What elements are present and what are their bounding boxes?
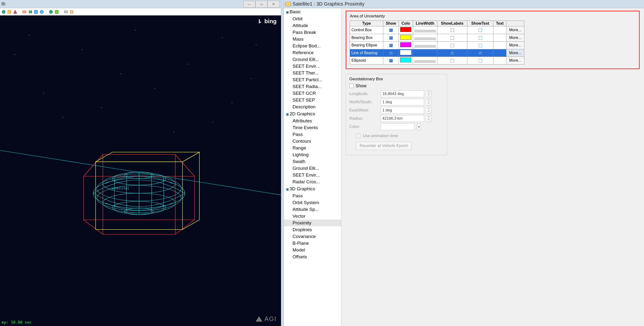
earth-3d-view[interactable]: bing (0, 16, 281, 326)
show-cell[interactable] (383, 42, 399, 49)
nav-item[interactable]: Attitude Sp... (284, 206, 341, 213)
toolbar-icon[interactable] (70, 10, 74, 14)
geo-ew-input[interactable] (381, 107, 424, 114)
toolbar-icon[interactable] (7, 10, 12, 14)
nav-group[interactable]: ▣3D Graphics (284, 185, 341, 193)
more-button[interactable]: More... (506, 26, 524, 34)
showlabels-cell[interactable] (438, 42, 467, 49)
earth-titlebar[interactable]: th — ▭ ✕ (0, 0, 281, 8)
toolbar-icon[interactable] (2, 10, 6, 14)
nav-item[interactable]: Orbit (284, 16, 341, 22)
showlabels-cell[interactable] (438, 34, 467, 42)
show-cell[interactable] (383, 34, 399, 42)
color-cell[interactable] (399, 57, 413, 65)
nav-item[interactable]: Droplines (284, 226, 341, 233)
showlabels-cell[interactable] (438, 26, 467, 34)
spinner[interactable]: ▲▼ (426, 99, 431, 105)
nav-item[interactable]: SEET Envir... (284, 172, 341, 179)
linewidth-cell[interactable] (413, 34, 438, 42)
showlabels-cell[interactable] (438, 49, 467, 57)
nav-item[interactable]: SEET Ther... (284, 70, 341, 76)
nav-item[interactable]: Mass (284, 36, 341, 43)
maximize-button[interactable]: ▭ (256, 1, 268, 8)
close-button[interactable]: ✕ (268, 1, 280, 8)
linewidth-cell[interactable] (413, 26, 438, 34)
more-button[interactable]: More... (506, 42, 524, 49)
nav-item[interactable]: B-Plane (284, 240, 341, 247)
table-row[interactable]: Line of BearingMore... (350, 49, 524, 57)
nav-item[interactable]: Description (284, 103, 341, 110)
toolbar-icon[interactable] (49, 10, 53, 14)
nav-item[interactable]: SEET Particl... (284, 76, 341, 83)
text-cell[interactable] (494, 34, 506, 42)
nav-item[interactable]: SEET SEP (284, 97, 341, 103)
toolbar-icon[interactable] (28, 10, 32, 14)
nav-item[interactable]: SEET Radia... (284, 83, 341, 90)
show-cell[interactable] (383, 26, 399, 34)
toolbar-icon[interactable] (40, 10, 44, 14)
table-row[interactable]: EllipsoidMore... (350, 57, 524, 65)
properties-titlebar[interactable]: Satellite1 : 3D Graphics Proximity (284, 0, 644, 8)
text-cell[interactable] (494, 26, 506, 34)
geo-longitude-input[interactable] (381, 90, 424, 97)
nav-item[interactable]: Pass (284, 193, 341, 199)
nav-item[interactable]: Orbit System (284, 199, 341, 206)
showlabels-cell[interactable] (438, 57, 467, 65)
more-button[interactable]: More... (506, 57, 524, 65)
color-cell[interactable] (399, 34, 413, 42)
spinner[interactable]: ▲▼ (426, 90, 431, 97)
nav-item[interactable]: Vector (284, 213, 341, 220)
nav-item[interactable]: Ground Elli... (284, 56, 341, 63)
show-cell[interactable] (383, 49, 399, 57)
table-row[interactable]: Bearing BoxMore... (350, 34, 524, 42)
nav-item[interactable]: Ground Elli... (284, 165, 341, 172)
showtext-cell[interactable] (467, 26, 494, 34)
nav-item[interactable]: Swath (284, 158, 341, 165)
nav-item[interactable]: Pass (284, 131, 341, 138)
nav-item[interactable]: Covariance (284, 233, 341, 240)
showtext-cell[interactable] (467, 49, 494, 57)
nav-item[interactable]: Lighting (284, 151, 341, 158)
color-cell[interactable] (399, 42, 413, 49)
toolbar-icon[interactable] (34, 10, 38, 14)
geo-ns-input[interactable] (381, 99, 424, 105)
nav-item[interactable]: Offsets (284, 253, 341, 260)
nav-item[interactable]: Model (284, 247, 341, 253)
toolbar-icon[interactable] (54, 10, 59, 14)
nav-item[interactable]: Radar Cros... (284, 179, 341, 185)
recenter-button[interactable]: Recenter at Vehicle Epoch (356, 142, 412, 150)
color-cell[interactable] (399, 49, 413, 57)
nav-group[interactable]: ▣2D Graphics (284, 110, 341, 117)
text-cell[interactable] (494, 42, 506, 49)
table-row[interactable]: Bearing EllipseMore... (350, 42, 524, 49)
spinner[interactable]: ▲▼ (426, 107, 431, 114)
show-cell[interactable] (383, 57, 399, 65)
text-cell[interactable] (494, 49, 506, 57)
use-animation-time-checkbox[interactable]: Use animation time (356, 133, 444, 138)
geo-radius-input[interactable] (381, 115, 424, 122)
linewidth-cell[interactable] (413, 57, 438, 65)
nav-item[interactable]: Time Events (284, 124, 341, 131)
more-button[interactable]: More... (506, 34, 524, 42)
showtext-cell[interactable] (467, 42, 494, 49)
nav-item[interactable]: Pass Break (284, 29, 341, 36)
nav-item[interactable]: Attitude (284, 22, 341, 29)
more-button[interactable]: More... (506, 49, 524, 57)
linewidth-cell[interactable] (413, 42, 438, 49)
nav-item[interactable]: Attributes (284, 117, 341, 124)
toolbar-icon[interactable] (13, 10, 18, 14)
minimize-button[interactable]: — (243, 1, 256, 8)
divider[interactable] (281, 0, 284, 326)
color-cell[interactable] (399, 26, 413, 34)
color-dropdown-icon[interactable]: ▾ (417, 123, 421, 130)
nav-item[interactable]: Reference (284, 49, 341, 56)
nav-item[interactable]: SEET GCR (284, 90, 341, 97)
showtext-cell[interactable] (467, 34, 494, 42)
geo-show-checkbox[interactable]: Show (349, 83, 444, 89)
table-row[interactable]: Control BoxMore... (350, 26, 524, 34)
linewidth-cell[interactable] (413, 49, 438, 57)
text-cell[interactable] (494, 57, 506, 65)
geo-color-input[interactable] (381, 123, 414, 130)
nav-item[interactable]: Contours (284, 138, 341, 145)
nav-tree[interactable]: ▣BasicOrbitAttitudePass BreakMassEclipse… (284, 8, 341, 326)
